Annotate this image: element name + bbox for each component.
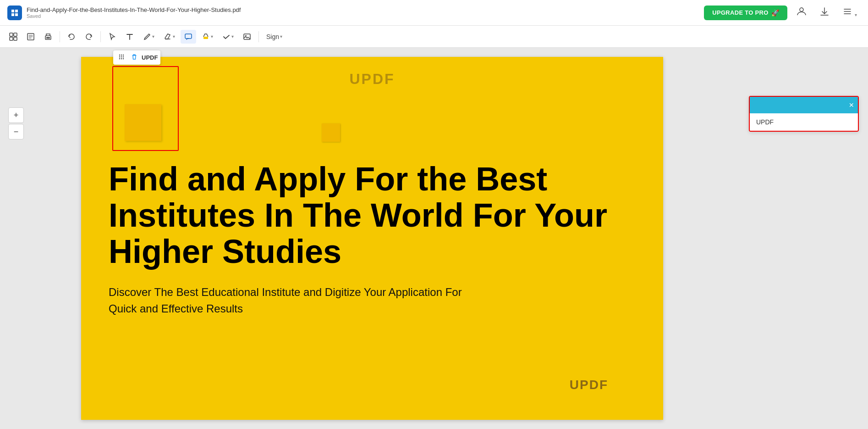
eraser-caret: ▾ [173,34,175,39]
sticky-note-inner [125,104,161,141]
toolbar-divider-2 [100,31,101,42]
check-caret: ▾ [231,34,234,39]
titlebar-right: UPGRADE TO PRO 🚀 ▾ [704,5,861,21]
svg-point-12 [119,55,120,56]
svg-point-11 [245,35,247,36]
menu-caret: ▾ [855,12,857,17]
check-tool-dropdown[interactable]: ▾ [219,30,237,44]
main-area: + − UPDF Find and Apply For the Best Ins… [0,48,868,429]
pdf-main-title: Find and Apply For the Best Institutes I… [109,161,636,270]
toolbar-divider-3 [258,31,259,42]
svg-rect-9 [203,37,208,39]
close-icon: ✕ [849,101,854,109]
sticky-note-move-button[interactable] [116,51,127,64]
pdf-canvas[interactable]: + − UPDF Find and Apply For the Best Ins… [0,48,744,429]
user-icon-button[interactable] [793,5,810,21]
svg-point-15 [119,56,120,57]
download-button[interactable] [816,5,833,21]
updf-watermark-bottom: UPDF [570,378,608,392]
sticky-note-delete-button[interactable] [129,51,140,64]
file-name: Find-and-Apply-For-the-Best-Institutes-I… [27,6,241,13]
redo-button[interactable] [81,30,97,44]
titlebar-left: Find-and-Apply-For-the-Best-Institutes-I… [7,6,241,20]
svg-point-19 [121,58,122,59]
svg-rect-2 [14,33,17,36]
svg-rect-4 [14,37,17,40]
rocket-icon: 🚀 [771,9,779,17]
sticky-note-toolbar: UPDF [113,50,160,65]
comment-text: UPDF [756,118,774,126]
page-view-button[interactable] [23,30,38,44]
upgrade-label: UPGRADE TO PRO [712,9,768,16]
zoom-panel: + − [8,107,24,139]
pen-tool-dropdown[interactable]: ▾ [139,30,158,44]
pdf-page: UPDF Find and Apply For the Best Institu… [81,57,663,420]
cursor-button[interactable] [104,30,120,44]
file-status: Saved [27,13,241,19]
comment-button[interactable] [181,30,196,44]
pen-caret: ▾ [152,34,154,39]
comment-popup-body: UPDF [750,113,858,131]
sign-tool-dropdown[interactable]: Sign ▾ [263,30,286,43]
eraser-tool-dropdown[interactable]: ▾ [160,30,179,44]
svg-point-16 [121,56,122,57]
svg-point-20 [123,58,124,59]
comment-popup-header: ✕ [750,97,858,113]
sticky-note-body [113,67,178,150]
svg-rect-1 [10,33,13,36]
toolbar: ▾ ▾ ▾ ▾ Sign ▾ [0,26,868,48]
svg-point-13 [121,55,122,56]
svg-rect-8 [185,34,192,39]
undo-button[interactable] [64,30,79,44]
highlight-tool-dropdown[interactable]: ▾ [198,30,217,44]
svg-point-17 [123,56,124,57]
sign-caret: ▾ [280,34,282,39]
image-tool-button[interactable] [239,30,255,44]
right-panel: ✕ UPDF [744,48,868,429]
titlebar-file-info: Find-and-Apply-For-the-Best-Institutes-I… [27,6,241,19]
grid-view-button[interactable] [5,30,21,44]
svg-point-14 [123,55,124,56]
titlebar: Find-and-Apply-For-the-Best-Institutes-I… [0,0,868,26]
zoom-in-button[interactable]: + [8,107,24,123]
pdf-subtitle: Discover The Best Educational Institute … [109,284,475,317]
toolbar-divider-1 [60,31,60,42]
comment-close-button[interactable]: ✕ [849,101,854,109]
sticky-note-selected[interactable]: UPDF [112,66,179,151]
sticky-note-small[interactable] [322,123,340,142]
updf-watermark-top: UPDF [109,71,636,88]
zoom-out-button[interactable]: − [8,124,24,139]
svg-rect-3 [10,37,13,40]
comment-popup: ✕ UPDF [749,96,859,132]
sticky-note-app-label: UPDF [142,54,158,61]
svg-point-18 [119,58,120,59]
print-button[interactable] [40,30,56,44]
app-logo [7,6,22,20]
sign-label: Sign [266,33,279,40]
svg-point-0 [800,8,803,11]
upgrade-to-pro-button[interactable]: UPGRADE TO PRO 🚀 [704,6,787,20]
svg-rect-7 [46,37,50,39]
menu-button[interactable]: ▾ [839,5,861,21]
highlight-caret: ▾ [211,34,213,39]
text-tool-button[interactable] [122,30,137,44]
